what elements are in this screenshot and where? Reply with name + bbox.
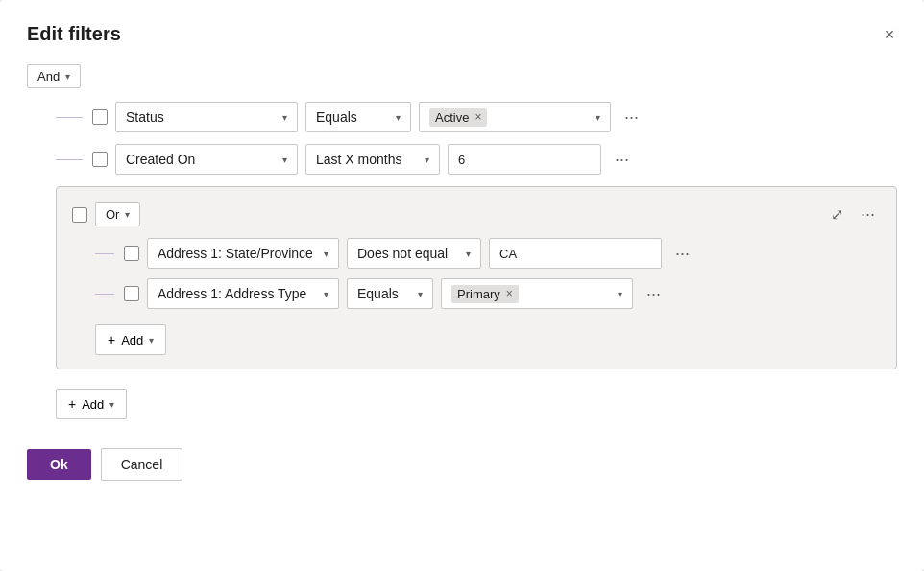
or-addr-type-more-button[interactable]: ··· bbox=[641, 282, 667, 306]
dialog-title: Edit filters bbox=[27, 23, 897, 45]
or-addr-type-value-chevron: ▾ bbox=[618, 289, 622, 299]
or-state-checkbox[interactable] bbox=[124, 246, 139, 261]
status-operator-chevron: ▾ bbox=[396, 112, 401, 123]
and-group-label[interactable]: And ▾ bbox=[27, 64, 81, 88]
created-on-more-button[interactable]: ··· bbox=[609, 148, 635, 172]
or-addr-type-field-label: Address 1: Address Type bbox=[158, 286, 306, 301]
status-row-checkbox[interactable] bbox=[92, 109, 108, 125]
main-add-label: Add bbox=[82, 397, 104, 412]
filter-row-status: Status ▾ Equals ▾ Active × ▾ ··· bbox=[27, 102, 897, 132]
created-on-row-checkbox[interactable] bbox=[92, 152, 108, 167]
status-value-chevron: ▾ bbox=[596, 112, 600, 123]
or-addr-type-value-field[interactable]: Primary × ▾ bbox=[441, 278, 633, 309]
or-add-chevron-icon: ▾ bbox=[149, 335, 154, 345]
status-field-select[interactable]: Status ▾ bbox=[115, 102, 298, 132]
created-on-operator-chevron: ▾ bbox=[425, 155, 429, 165]
or-group-more-button[interactable]: ··· bbox=[855, 202, 881, 226]
or-state-more-button[interactable]: ··· bbox=[669, 242, 695, 266]
ok-button[interactable]: Ok bbox=[27, 449, 91, 480]
main-add-plus-icon: + bbox=[68, 396, 76, 412]
status-operator-select[interactable]: Equals ▾ bbox=[305, 102, 411, 132]
or-addr-type-field-chevron: ▾ bbox=[324, 289, 328, 299]
or-state-operator-chevron: ▾ bbox=[466, 249, 471, 259]
or-state-value-input[interactable] bbox=[499, 247, 596, 261]
created-on-field-label: Created On bbox=[126, 152, 195, 167]
or-group: Or ▾ ⤢ ··· Address 1: State/Province ▾ D… bbox=[56, 186, 897, 369]
status-value-tag: Active × bbox=[429, 108, 487, 127]
or-label: Or bbox=[106, 207, 119, 222]
status-field-chevron: ▾ bbox=[282, 112, 287, 123]
status-more-button[interactable]: ··· bbox=[619, 106, 644, 130]
main-add-button[interactable]: + Add ▾ bbox=[56, 389, 127, 419]
or-group-actions: ⤢ ··· bbox=[827, 202, 881, 226]
and-label: And bbox=[37, 69, 60, 83]
or-state-value-field[interactable] bbox=[489, 238, 662, 269]
or-addr-type-checkbox[interactable] bbox=[124, 286, 139, 301]
or-state-field-chevron: ▾ bbox=[324, 249, 328, 259]
or-add-button[interactable]: + Add ▾ bbox=[95, 324, 166, 355]
footer-row: Ok Cancel bbox=[27, 448, 897, 481]
or-group-checkbox[interactable] bbox=[72, 207, 87, 223]
created-on-value-input[interactable] bbox=[458, 153, 516, 167]
created-on-field-chevron: ▾ bbox=[282, 155, 287, 165]
status-field-label: Status bbox=[126, 109, 164, 125]
cancel-button[interactable]: Cancel bbox=[101, 448, 183, 481]
or-state-field-label: Address 1: State/Province bbox=[158, 246, 313, 261]
filter-row-created-on: Created On ▾ Last X months ▾ ··· bbox=[27, 144, 897, 175]
created-on-operator-select[interactable]: Last X months ▾ bbox=[305, 144, 440, 175]
or-add-plus-icon: + bbox=[108, 332, 115, 347]
created-on-operator-label: Last X months bbox=[316, 152, 402, 167]
close-button[interactable]: × bbox=[874, 19, 905, 50]
or-filter-row-state: Address 1: State/Province ▾ Does not equ… bbox=[72, 238, 881, 269]
or-state-operator-select[interactable]: Does not equal ▾ bbox=[347, 238, 481, 269]
or-group-left: Or ▾ bbox=[72, 202, 140, 226]
or-addr-type-operator-label: Equals bbox=[357, 286, 399, 301]
or-state-operator-label: Does not equal bbox=[357, 246, 448, 261]
status-tag-close[interactable]: × bbox=[474, 111, 481, 123]
or-addr-type-tag-close[interactable]: × bbox=[506, 288, 513, 299]
or-addr-type-field-select[interactable]: Address 1: Address Type ▾ bbox=[147, 278, 339, 309]
main-add-chevron-icon: ▾ bbox=[109, 399, 114, 410]
or-label-button[interactable]: Or ▾ bbox=[95, 202, 140, 226]
status-operator-label: Equals bbox=[316, 109, 357, 125]
or-filter-row-addr-type: Address 1: Address Type ▾ Equals ▾ Prima… bbox=[72, 278, 881, 309]
created-on-field-select[interactable]: Created On ▾ bbox=[115, 144, 298, 175]
status-value-field[interactable]: Active × ▾ bbox=[419, 102, 611, 132]
created-on-value-field[interactable] bbox=[448, 144, 601, 175]
and-chevron-icon: ▾ bbox=[65, 71, 70, 82]
or-addr-type-operator-chevron: ▾ bbox=[418, 289, 423, 299]
or-add-label: Add bbox=[121, 333, 143, 347]
edit-filters-dialog: Edit filters × And ▾ Status ▾ Equals ▾ A… bbox=[0, 0, 924, 571]
or-addr-type-operator-select[interactable]: Equals ▾ bbox=[347, 278, 433, 309]
or-state-field-select[interactable]: Address 1: State/Province ▾ bbox=[147, 238, 339, 269]
or-group-header: Or ▾ ⤢ ··· bbox=[72, 202, 881, 226]
or-addr-type-value-tag: Primary × bbox=[451, 285, 519, 303]
collapse-button[interactable]: ⤢ bbox=[827, 203, 847, 226]
or-chevron-icon: ▾ bbox=[125, 209, 130, 220]
